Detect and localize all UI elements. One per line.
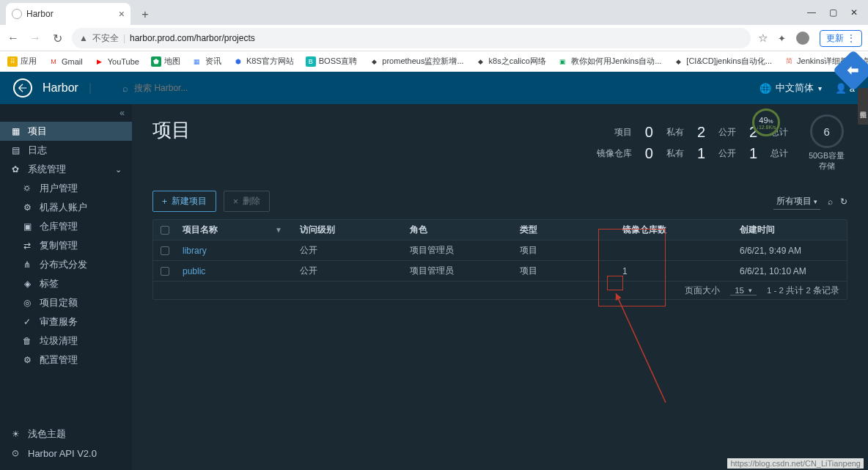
sidebar-item-admin[interactable]: ✿ 系统管理 ⌄ xyxy=(0,160,132,179)
sidebar-item-robot[interactable]: ⚙机器人账户 xyxy=(0,198,132,217)
bookmark-item[interactable]: ◆[CI&CD]jenkins自动化... xyxy=(673,56,772,67)
gear-icon: ✿ xyxy=(10,164,21,175)
sidebar-item-replication[interactable]: ⇄复制管理 xyxy=(0,236,132,255)
sidebar-item-label: 审查服务 xyxy=(40,315,78,328)
tab-title: Harbor xyxy=(26,9,54,19)
sidebar-item-label: 系统管理 xyxy=(28,163,66,176)
new-project-button[interactable]: +新建项目 xyxy=(152,191,216,212)
sidebar-item-label: 分布式分发 xyxy=(40,258,87,271)
bookmark-item[interactable]: ▦资讯 xyxy=(192,56,221,67)
back-button[interactable]: ← xyxy=(6,32,21,45)
col-header[interactable]: 镜像仓库数 xyxy=(617,224,734,235)
profile-icon[interactable] xyxy=(796,32,809,45)
sidebar-item-label: 项目 xyxy=(28,125,47,138)
col-header[interactable]: 创建时间 xyxy=(734,224,847,235)
project-link[interactable]: public xyxy=(183,266,205,276)
forward-button[interactable]: → xyxy=(28,32,43,45)
storage-value: 6 xyxy=(823,125,829,138)
stats-value: 2 xyxy=(697,124,705,141)
close-icon[interactable]: × xyxy=(119,8,125,20)
star-icon[interactable]: ☆ xyxy=(758,32,768,45)
users-icon: ⛭ xyxy=(22,183,32,194)
row-checkbox[interactable] xyxy=(161,267,169,276)
plus-icon: + xyxy=(162,197,167,207)
api-icon: ⊙ xyxy=(10,448,21,458)
row-checkbox[interactable] xyxy=(161,246,169,255)
address-bar[interactable]: ▲ 不安全 | harbor.prod.com/harbor/projects xyxy=(72,28,751,48)
stats-sublabel: 私有 xyxy=(666,147,684,160)
window-controls: — ▢ ✕ xyxy=(797,0,868,25)
col-header[interactable]: 角色 xyxy=(404,224,514,235)
x-icon: × xyxy=(233,197,238,207)
sidebar-item-gc[interactable]: 🗑垃圾清理 xyxy=(0,331,132,350)
delete-button[interactable]: ×删除 xyxy=(224,191,270,212)
apps-button[interactable]: ⠿应用 xyxy=(7,56,37,67)
sidebar-item-quota[interactable]: ◎项目定额 xyxy=(0,293,132,312)
minimize-button[interactable]: — xyxy=(807,7,816,18)
sidebar-item-label: 标签 xyxy=(40,277,59,290)
filter-dropdown[interactable]: 所有项目 ▾ xyxy=(773,194,820,210)
sidebar-item-logs[interactable]: ▤ 日志 xyxy=(0,141,132,160)
bookmark-item[interactable]: ⬢K8S官方网站 xyxy=(233,56,294,67)
update-button[interactable]: 更新⋮ xyxy=(820,30,862,47)
maximize-button[interactable]: ▢ xyxy=(829,7,837,18)
cell-access: 公开 xyxy=(294,244,404,257)
filter-icon[interactable]: ▼ xyxy=(275,226,288,234)
bookmark-item[interactable]: MGmail xyxy=(48,56,83,67)
language-select[interactable]: 🌐 中文简体 ▾ xyxy=(760,81,822,95)
bookmark-item[interactable]: BBOSS直聘 xyxy=(306,56,358,67)
stats-right: 项目 0私有 2公开 2总计 镜像仓库 0私有 1公开 1总计 6 50GB容量 xyxy=(597,114,847,172)
project-link[interactable]: library xyxy=(183,246,207,256)
cell-access: 公开 xyxy=(294,265,404,277)
select-all-checkbox[interactable] xyxy=(161,226,169,235)
col-header[interactable]: 类型 xyxy=(514,224,617,235)
stats-value: 1 xyxy=(697,145,705,162)
sidebar-item-label: 日志 xyxy=(28,144,47,157)
api-link[interactable]: ⊙Harbor API V2.0 xyxy=(0,444,132,463)
sidebar-item-label: 垃圾清理 xyxy=(40,334,78,348)
search-icon[interactable]: ⌕ xyxy=(828,197,833,207)
grid-header: 项目名称▼ 访问级别 角色 类型 镜像仓库数 创建时间 xyxy=(153,220,847,240)
chevron-down-icon: ▾ xyxy=(814,198,817,205)
bookmark-item[interactable]: ▶YouTube xyxy=(95,56,139,67)
collapse-button[interactable]: « xyxy=(0,104,132,122)
close-window-button[interactable]: ✕ xyxy=(850,7,858,18)
stats-sublabel: 公开 xyxy=(718,126,736,139)
col-header[interactable]: 访问级别 xyxy=(294,224,404,235)
sidebar-item-projects[interactable]: ▦ 项目 xyxy=(0,122,132,141)
new-tab-button[interactable]: + xyxy=(135,4,155,25)
search-input[interactable] xyxy=(134,83,325,93)
reload-button[interactable]: ↻ xyxy=(50,32,65,45)
bookmark-item[interactable]: ⬟地图 xyxy=(151,56,180,67)
sidebar-item-label: 复制管理 xyxy=(40,239,78,252)
search-wrap: ⌕ xyxy=(122,83,325,94)
bookmark-item[interactable]: ◆prometheus监控新增... xyxy=(369,56,463,67)
col-header[interactable]: 项目名称▼ xyxy=(177,224,294,235)
security-label: 不安全 xyxy=(92,32,119,45)
sidebar-item-labels[interactable]: ◈标签 xyxy=(0,274,132,293)
sidebar-item-registry[interactable]: ▣仓库管理 xyxy=(0,217,132,236)
toolbar: +新建项目 ×删除 所有项目 ▾ ⌕ ↻ xyxy=(152,191,847,212)
event-sub: ↓12.8K/s xyxy=(756,125,776,130)
sidebar-item-users[interactable]: ⛭用户管理 xyxy=(0,179,132,198)
stats-value: 0 xyxy=(645,124,653,141)
refresh-icon[interactable]: ↻ xyxy=(840,197,847,207)
browser-tab[interactable]: Harbor × xyxy=(6,3,130,25)
side-strip[interactable]: 拍田生涯 xyxy=(858,88,868,125)
bookmark-item[interactable]: ▣教你如何用Jenkins自动... xyxy=(558,56,661,67)
cell-type: 项目 xyxy=(514,244,617,257)
sidebar-item-distribution[interactable]: ⋔分布式分发 xyxy=(0,255,132,274)
bookmark-item[interactable]: ◆k8s之calico网络 xyxy=(476,56,546,67)
theme-toggle[interactable]: ☀浅色主题 xyxy=(0,425,132,444)
extensions-icon[interactable]: ✦ xyxy=(778,33,786,44)
stats-label: 镜像仓库 xyxy=(597,147,632,160)
sidebar-item-scan[interactable]: ✓审查服务 xyxy=(0,312,132,331)
nav-bar: ← → ↻ ▲ 不安全 | harbor.prod.com/harbor/pro… xyxy=(0,25,868,51)
logo-icon xyxy=(13,78,32,98)
sidebar-item-config[interactable]: ⚙配置管理 xyxy=(0,350,132,370)
chevron-down-icon: ▾ xyxy=(818,84,822,92)
page-size-select[interactable]: 15▾ xyxy=(730,286,757,295)
quota-icon: ◎ xyxy=(22,298,32,308)
projects-grid: 项目名称▼ 访问级别 角色 类型 镜像仓库数 创建时间 library 公开 项… xyxy=(152,219,847,300)
header-right: 🌐 中文简体 ▾ 👤 a xyxy=(760,81,855,95)
